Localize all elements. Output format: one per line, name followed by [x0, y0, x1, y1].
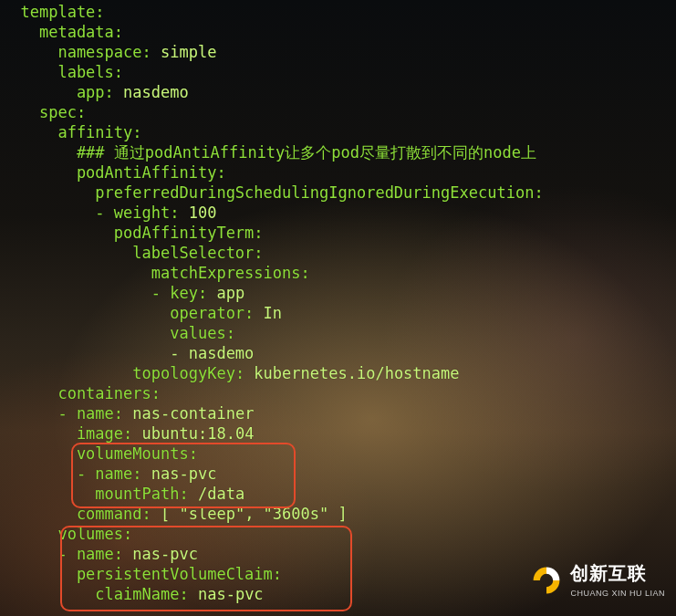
yaml-value: /data — [198, 485, 244, 503]
yaml-value: nasdemo — [123, 83, 189, 101]
yaml-key: values — [2, 324, 226, 342]
watermark-logo: 创新互联 CHUANG XIN HU LIAN — [530, 563, 665, 603]
yaml-key: namespace — [2, 43, 142, 61]
yaml-value: 100 — [189, 204, 217, 222]
yaml-value: nas-pvc — [151, 465, 217, 483]
yaml-key: labelSelector — [2, 244, 254, 262]
yaml-comment: ### 通过podAntiAffinity让多个pod尽量打散到不同的node上 — [2, 143, 536, 162]
yaml-key: metadata — [2, 23, 114, 41]
yaml-key: labels — [2, 63, 114, 81]
yaml-key: template — [2, 3, 95, 21]
yaml-key: operator — [2, 304, 244, 322]
yaml-key: app — [2, 83, 105, 101]
yaml-key: - name — [2, 545, 114, 563]
yaml-key: claimName — [2, 585, 179, 603]
yaml-key: volumes — [2, 525, 123, 543]
yaml-key: preferredDuringSchedulingIgnoredDuringEx… — [2, 183, 534, 202]
yaml-value: simple — [161, 43, 216, 61]
watermark-subtitle: CHUANG XIN HU LIAN — [570, 583, 665, 603]
yaml-key: mountPath — [2, 485, 179, 503]
yaml-key: topologyKey — [2, 364, 235, 382]
yaml-key: affinity — [2, 123, 132, 141]
yaml-key: - name — [2, 404, 114, 423]
yaml-code-block: template: metadata: namespace: simple la… — [0, 0, 676, 604]
yaml-value: - nasdemo — [2, 344, 254, 362]
yaml-key: - weight — [2, 204, 170, 222]
yaml-value: [ "sleep", "3600s" ] — [161, 505, 348, 523]
yaml-key: - key — [2, 284, 198, 302]
yaml-key: podAntiAffinity — [2, 163, 216, 182]
yaml-value: nas-pvc — [132, 545, 198, 563]
yaml-key: containers — [2, 384, 151, 402]
yaml-value: kubernetes.io/hostname — [254, 364, 459, 382]
yaml-value: In — [264, 304, 282, 322]
yaml-key: matchExpressions — [2, 264, 301, 282]
yaml-value: ubuntu:18.04 — [142, 424, 255, 443]
yaml-value: app — [216, 284, 244, 302]
yaml-value: nas-container — [132, 404, 254, 423]
yaml-key: volumeMounts — [2, 444, 189, 463]
yaml-key: command — [2, 505, 142, 523]
yaml-key: persistentVolumeClaim — [2, 565, 273, 583]
yaml-key: podAffinityTerm — [2, 224, 254, 242]
yaml-value: nas-pvc — [198, 585, 264, 603]
yaml-key: spec — [2, 103, 77, 121]
yaml-key: - name — [2, 465, 132, 483]
yaml-key: image — [2, 424, 123, 443]
logo-icon — [530, 564, 563, 602]
watermark-title: 创新互联 — [570, 563, 665, 583]
